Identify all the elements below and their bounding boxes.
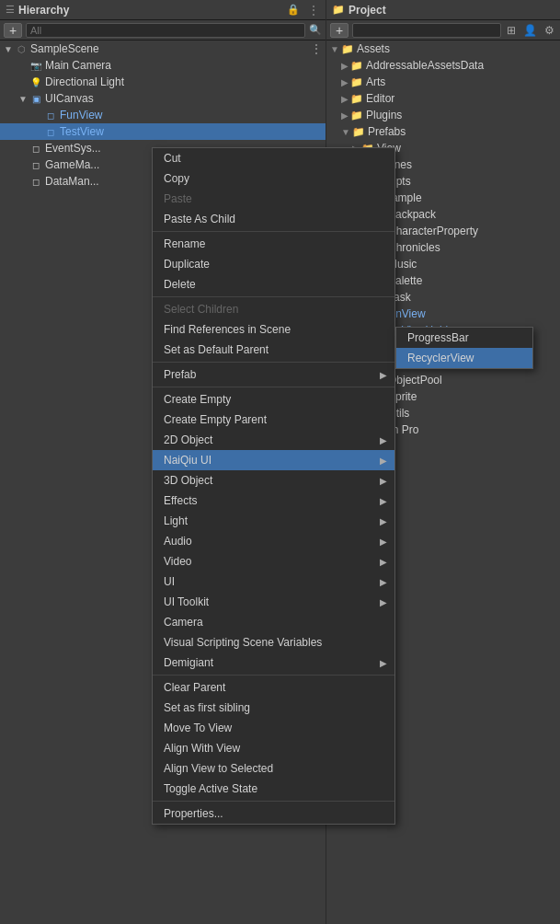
project-layout-icon[interactable]: ⊞ [505,22,518,39]
ctx-ui-toolkit[interactable]: UI Toolkit ▶ [153,592,394,612]
tree-item-testview[interactable]: ▶ ◻ TestView [0,123,326,140]
project-add-button[interactable]: + [330,23,349,38]
ctx-demigiant[interactable]: Demigiant ▶ [153,653,394,673]
ctx-find-references[interactable]: Find References in Scene [153,319,394,340]
ctx-prefab[interactable]: Prefab ▶ [153,364,394,385]
ctx-2d-object[interactable]: 2D Object ▶ [153,430,394,450]
ctx-paste-as-child[interactable]: Paste As Child [153,209,394,229]
leaf-arrow: ▶ [33,127,44,137]
project-item-addressable[interactable]: ▶ 📁 AddressableAssetsData [326,57,560,74]
ctx-visual-scripting[interactable]: Visual Scripting Scene Variables [153,632,394,653]
ctx-toggle-active[interactable]: Toggle Active State [153,779,394,799]
ctx-first-sibling-label: Set as first sibling [164,701,250,714]
ctx-light[interactable]: Light ▶ [153,511,394,531]
tree-item-uicanvas[interactable]: ▼ ▣ UICanvas [0,90,326,107]
ctx-3d-object[interactable]: 3D Object ▶ [153,470,394,491]
ctx-set-default-parent[interactable]: Set as Default Parent [153,340,394,360]
project-item-editor[interactable]: ▶ 📁 Editor [326,90,560,107]
project-toolbar: + ⊞ 👤 ⚙ [326,20,560,40]
ctx-light-label: Light [164,514,188,527]
ctx-first-sibling[interactable]: Set as first sibling [153,698,394,718]
arts-label: Arts [366,75,385,88]
prefab-submenu-arrow: ▶ [380,370,387,380]
ctx-sep-5 [153,675,394,676]
ctx-ui-label: UI [164,575,175,588]
project-item-prefabs[interactable]: ▼ 📁 Prefabs [326,123,560,140]
ctx-align-with-view-label: Align With View [164,742,240,755]
hierarchy-menu-icon[interactable]: ⋮ [307,3,320,17]
hierarchy-search-icon[interactable]: 🔍 [309,24,322,36]
testview-label: TestView [60,125,104,138]
ctx-move-to-view[interactable]: Move To View [153,718,394,738]
ctx-video-label: Video [164,555,191,568]
lock-icon[interactable]: 🔒 [287,4,300,16]
ctx-video[interactable]: Video ▶ [153,551,394,572]
testview-icon: ◻ [44,125,57,138]
ctx-3d-object-label: 3D Object [164,474,212,487]
ctx-ui[interactable]: UI ▶ [153,572,394,592]
project-settings-icon[interactable]: ⚙ [543,22,556,39]
ctx-clear-parent[interactable]: Clear Parent [153,677,394,698]
ctx-rename[interactable]: Rename [153,234,394,254]
prefabs-label: Prefabs [368,125,406,138]
leaf-arrow: ▶ [18,144,29,154]
project-item-arts[interactable]: ▶ 📁 Arts [326,74,560,90]
funview-label: FunView [60,109,102,121]
ctx-cut[interactable]: Cut [153,148,394,168]
hierarchy-header: ☰ Hierarchy 🔒 ⋮ [0,0,326,20]
scene-root-item[interactable]: ▼ ⬡ SampleScene ⋮ [0,40,326,57]
scene-icon: ⬡ [15,42,28,55]
2d-submenu-arrow: ▶ [380,435,387,445]
ctx-create-empty[interactable]: Create Empty [153,389,394,410]
ctx-duplicate[interactable]: Duplicate [153,254,394,274]
ctx-create-empty-parent[interactable]: Create Empty Parent [153,410,394,430]
add-object-button[interactable]: + [4,23,22,38]
project-item-assets[interactable]: ▼ 📁 Assets [326,40,560,57]
gamemanager-label: GameMa... [45,158,99,171]
submenu-progressbar-label: ProgressBar [407,331,469,344]
ctx-set-default-parent-label: Set as Default Parent [164,343,269,356]
project-item-plugins[interactable]: ▶ 📁 Plugins [326,107,560,123]
ctx-properties[interactable]: Properties... [153,803,394,824]
ctx-select-children: Select Children [153,299,394,319]
project-search-input[interactable] [352,23,501,38]
submenu-progressbar[interactable]: ProgressBar [396,328,532,348]
hierarchy-search-input[interactable] [26,23,305,38]
funview-icon: ◻ [44,109,57,121]
ctx-paste: Paste [153,189,394,209]
ctx-effects-label: Effects [164,494,197,507]
ctx-sep-1 [153,231,394,232]
ctx-effects[interactable]: Effects ▶ [153,491,394,511]
audio-submenu-arrow: ▶ [380,537,387,547]
leaf-arrow: ▶ [18,61,29,71]
editor-arrow: ▶ [341,94,349,104]
ctx-duplicate-label: Duplicate [164,258,210,271]
ctx-copy[interactable]: Copy [153,168,394,189]
eventsystem-icon: ◻ [29,142,42,155]
submenu-recyclerview[interactable]: RecyclerView [396,348,532,368]
ctx-audio[interactable]: Audio ▶ [153,531,394,551]
ctx-naiqiu-ui[interactable]: NaiQiu UI ▶ [153,450,394,470]
ctx-properties-label: Properties... [164,807,223,820]
scene-kebab-icon[interactable]: ⋮ [311,42,322,55]
scene-arrow: ▼ [4,44,15,54]
tree-item-funview[interactable]: ▶ ◻ FunView [0,107,326,123]
3d-submenu-arrow: ▶ [380,476,387,486]
ctx-visual-scripting-label: Visual Scripting Scene Variables [164,636,322,649]
project-person-icon[interactable]: 👤 [521,22,539,39]
ctx-camera[interactable]: Camera [153,612,394,632]
leaf-arrow: ▶ [18,177,29,187]
tree-item-directional-light[interactable]: ▶ 💡 Directional Light [0,74,326,90]
ctx-delete-label: Delete [164,278,196,291]
ctx-delete[interactable]: Delete [153,274,394,295]
project-header: 📁 Project [326,0,560,20]
ctx-copy-label: Copy [164,172,189,185]
ctx-align-with-view[interactable]: Align With View [153,738,394,758]
eventsystem-label: EventSys... [45,142,101,155]
ctx-align-view-selected[interactable]: Align View to Selected [153,758,394,779]
plugins-label: Plugins [366,109,402,121]
ctx-ui-toolkit-label: UI Toolkit [164,595,209,608]
tree-item-main-camera[interactable]: ▶ 📷 Main Camera [0,57,326,74]
canvas-icon: ▣ [29,92,42,105]
uicanvas-label: UICanvas [45,92,94,105]
